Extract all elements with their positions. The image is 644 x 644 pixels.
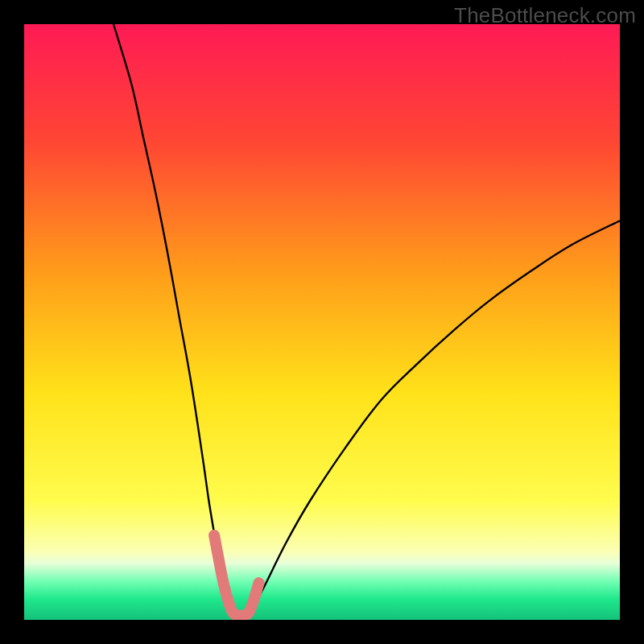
watermark-text: TheBottleneck.com	[454, 3, 636, 28]
gradient-background	[24, 24, 620, 620]
plot-area	[24, 24, 620, 620]
plot-svg	[24, 24, 620, 620]
chart-frame: TheBottleneck.com	[0, 0, 644, 644]
